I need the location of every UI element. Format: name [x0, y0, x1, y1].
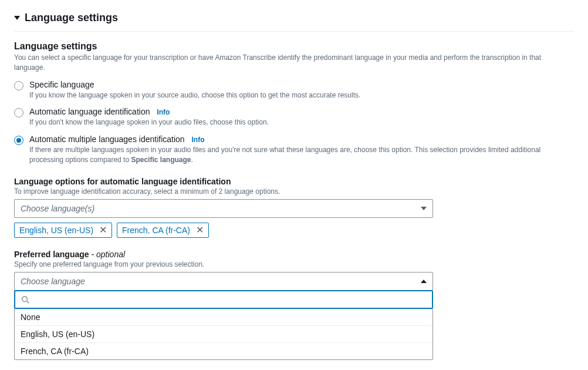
radio-icon — [14, 81, 23, 90]
section-title: Language settings — [25, 12, 118, 24]
language-chip: French, CA (fr-CA) ✕ — [117, 223, 209, 238]
caret-down-icon — [14, 16, 20, 20]
radio-auto-multi-language[interactable]: Automatic multiple languages identificat… — [14, 134, 574, 165]
chevron-up-icon — [421, 280, 427, 283]
preferred-language-field: Preferred language - optional Specify on… — [14, 250, 574, 360]
chevron-down-icon — [421, 207, 427, 210]
close-icon[interactable]: ✕ — [99, 226, 107, 235]
radio-auto-language[interactable]: Automatic language identification Info I… — [14, 107, 574, 127]
field-label: Preferred language - optional — [14, 250, 574, 259]
radio-label: Automatic language identification — [29, 107, 150, 116]
language-options-field: Language options for automatic language … — [14, 177, 574, 238]
dropdown-search-input[interactable] — [14, 290, 433, 309]
dropdown-option[interactable]: French, CA (fr-CA) — [15, 342, 432, 359]
language-mode-radio-group: Specific language If you know the langua… — [14, 80, 574, 165]
dropdown-list: None English, US (en-US) French, CA (fr-… — [14, 309, 433, 360]
field-desc: Specify one preferred language from your… — [14, 260, 574, 268]
select-placeholder: Choose language — [21, 277, 85, 286]
svg-point-0 — [22, 297, 28, 302]
radio-specific-language[interactable]: Specific language If you know the langua… — [14, 80, 574, 100]
field-label: Language options for automatic language … — [14, 177, 574, 186]
language-chip: English, US (en-US) ✕ — [14, 223, 112, 238]
svg-line-1 — [27, 301, 29, 303]
search-icon — [21, 295, 29, 304]
radio-label: Specific language — [29, 80, 94, 89]
radio-icon-selected — [14, 136, 23, 145]
language-options-select[interactable]: Choose language(s) — [14, 199, 433, 218]
info-link[interactable]: Info — [192, 136, 205, 144]
radio-icon — [14, 108, 23, 117]
radio-label: Automatic multiple languages identificat… — [29, 134, 185, 144]
chip-label: French, CA (fr-CA) — [122, 226, 190, 235]
radio-desc: If there are multiple languages spoken i… — [29, 145, 574, 165]
selected-language-chips: English, US (en-US) ✕ French, CA (fr-CA)… — [14, 223, 574, 238]
chip-label: English, US (en-US) — [19, 226, 93, 235]
dropdown-option[interactable]: English, US (en-US) — [15, 325, 432, 342]
field-desc: To improve language identification accur… — [14, 187, 574, 196]
section-header[interactable]: Language settings — [14, 12, 574, 32]
language-settings-desc: You can select a specific language for y… — [14, 53, 574, 73]
select-placeholder: Choose language(s) — [21, 204, 94, 213]
info-link[interactable]: Info — [157, 108, 170, 116]
language-settings-block: Language settings You can select a speci… — [14, 41, 574, 165]
radio-desc: If you don't know the language spoken in… — [29, 117, 574, 127]
dropdown-option-none[interactable]: None — [15, 309, 432, 325]
close-icon[interactable]: ✕ — [196, 226, 204, 235]
language-settings-heading: Language settings — [14, 41, 574, 52]
radio-desc: If you know the language spoken in your … — [29, 90, 574, 100]
preferred-language-select[interactable]: Choose language — [14, 272, 433, 291]
